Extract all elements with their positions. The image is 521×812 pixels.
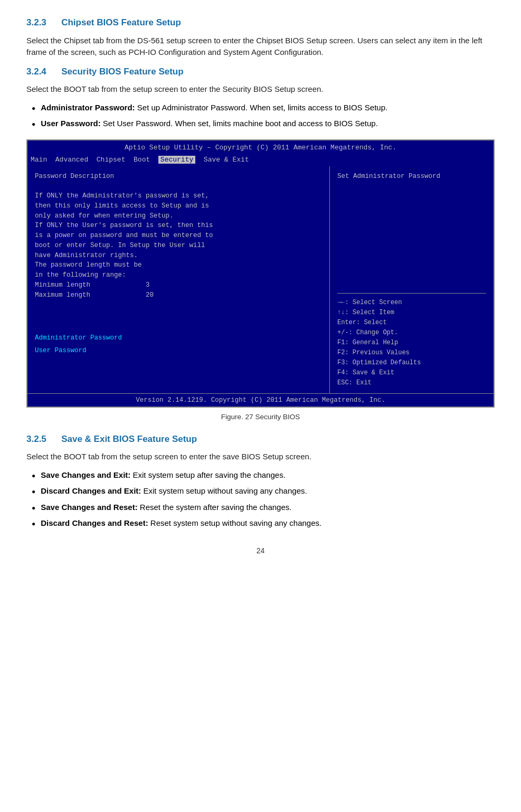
list-item: User Password: Set User Password. When s… — [32, 118, 495, 130]
set-admin-pw-label: Set Administrator Password — [337, 172, 486, 182]
bios-header: Aptio Setup Utility – Copyright (C) 2011… — [27, 140, 494, 154]
body-text-325: Select the BOOT tab from the setup scree… — [26, 451, 495, 463]
bullet-text: Reset system setup without saving any ch… — [148, 517, 322, 530]
admin-password-item: Administrator Password — [35, 333, 322, 343]
list-item: Save Changes and Exit: Exit system setup… — [32, 469, 495, 481]
bullet-term: Discard Changes and Exit: — [41, 485, 141, 497]
bullet-term: Discard Changes and Reset: — [41, 517, 148, 530]
bios-left-line: Minimum length 3 — [35, 280, 322, 290]
key-hint: →←: Select Screen — [337, 298, 486, 307]
active-tab: Security — [158, 156, 195, 164]
bios-left-line: then this only limits access to Setup an… — [35, 201, 322, 211]
bios-body: Password Description If ONLY the Adminis… — [27, 166, 494, 393]
bullet-list-325: Save Changes and Exit: Exit system setup… — [32, 469, 495, 530]
bullet-list-324: Administrator Password: Set up Administr… — [32, 102, 495, 130]
section-title-323: Chipset BIOS Feature Setup — [61, 17, 181, 27]
bios-left-line — [35, 300, 322, 310]
bullet-term: User Password: — [41, 118, 100, 130]
list-item: Discard Changes and Exit: Exit system se… — [32, 485, 495, 497]
body-text-324: Select the BOOT tab from the setup scree… — [26, 83, 495, 96]
section-title-325: Save & Exit BIOS Feature Setup — [61, 434, 197, 444]
bios-right-keys: →←: Select Screen ↑↓: Select Item Enter:… — [337, 298, 486, 388]
list-item: Administrator Password: Set up Administr… — [32, 102, 495, 114]
bios-left-line: If ONLY the Administrator's password is … — [35, 191, 322, 201]
bullet-term: Save Changes and Reset: — [41, 502, 137, 514]
key-hint: F2: Previous Values — [337, 348, 486, 357]
bios-left-panel: Password Description If ONLY the Adminis… — [27, 166, 330, 393]
key-hint: +/-: Change Opt. — [337, 328, 486, 337]
page-number: 24 — [26, 545, 495, 556]
key-hint: Enter: Select — [337, 318, 486, 327]
user-password-item: User Password — [35, 346, 322, 356]
bios-left-line: is a power on password and must be enter… — [35, 231, 322, 241]
figure-caption: Figure. 27 Security BIOS — [26, 412, 495, 422]
bios-left-line: boot or enter Setup. In Setup the User w… — [35, 241, 322, 251]
list-item: Discard Changes and Reset: Reset system … — [32, 517, 495, 530]
bios-left-line: only asked for when entering Setup. — [35, 211, 322, 221]
key-hint: F4: Save & Exit — [337, 368, 486, 377]
heading-324: 3.2.4 Security BIOS Feature Setup — [26, 65, 495, 79]
bios-footer: Version 2.14.1219. Copyright (C) 2011 Am… — [27, 393, 494, 407]
key-hint: F3: Optimized Defaults — [337, 358, 486, 367]
heading-325: 3.2.5 Save & Exit BIOS Feature Setup — [26, 432, 495, 446]
bullet-text: Set User Password. When set, limits mach… — [101, 118, 378, 130]
bullet-text: Reset the system after saving the change… — [138, 502, 292, 514]
section-number-323: 3.2.3 — [26, 17, 46, 27]
bios-menu-bar: Main Advanced Chipset Boot Security Save… — [27, 154, 494, 166]
section-title-324: Security BIOS Feature Setup — [61, 67, 183, 77]
key-hint: F1: General Help — [337, 338, 486, 347]
list-item: Save Changes and Reset: Reset the system… — [32, 502, 495, 514]
bios-left-line: have Administrator rights. — [35, 251, 322, 261]
key-hint: ESC: Exit — [337, 378, 486, 388]
section-number-325: 3.2.5 — [26, 434, 46, 444]
bios-right-panel: Set Administrator Password →←: Select Sc… — [330, 166, 494, 393]
body-text-323: Select the Chipset tab from the DS-561 s… — [26, 35, 495, 59]
heading-323: 3.2.3 Chipset BIOS Feature Setup — [26, 16, 495, 30]
bullet-text: Exit system setup after saving the chang… — [130, 469, 285, 481]
bios-left-line: Password Description — [35, 172, 322, 182]
bullet-text: Set up Administrator Password. When set,… — [135, 102, 388, 114]
bios-right-top: Set Administrator Password — [337, 172, 486, 294]
section-number-324: 3.2.4 — [26, 67, 46, 77]
bullet-term: Save Changes and Exit: — [41, 469, 130, 481]
bios-left-line: If ONLY the User's password is set, then… — [35, 221, 322, 231]
bios-screenshot: Aptio Setup Utility – Copyright (C) 2011… — [26, 139, 495, 408]
bios-left-line — [35, 320, 322, 330]
bios-left-line: in the following range: — [35, 270, 322, 280]
bios-left-line: The password length must be — [35, 260, 322, 270]
key-hint: ↑↓: Select Item — [337, 308, 486, 317]
bios-left-line: Maximum length 20 — [35, 290, 322, 300]
bios-left-line — [35, 310, 322, 320]
bios-left-line — [35, 181, 322, 191]
bullet-text: Exit system setup without saving any cha… — [141, 485, 307, 497]
bullet-term: Administrator Password: — [41, 102, 135, 114]
